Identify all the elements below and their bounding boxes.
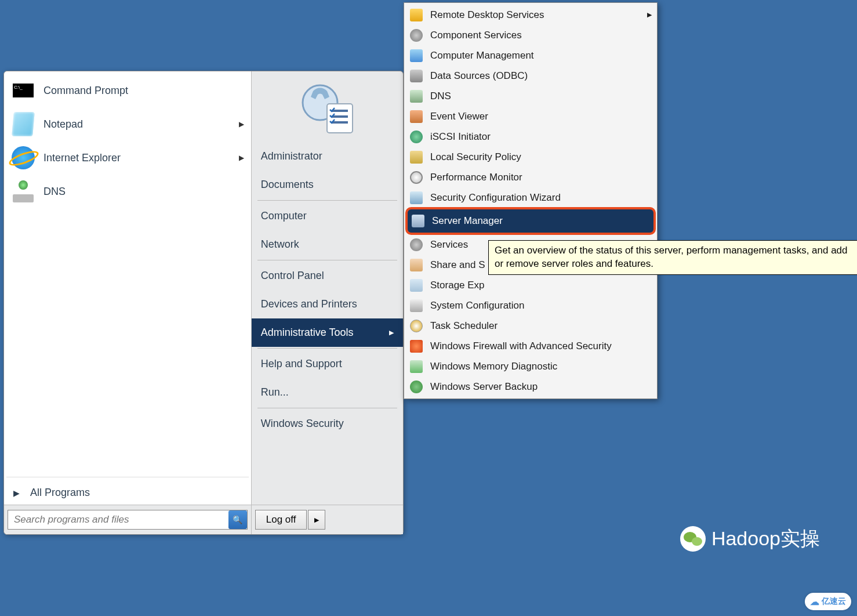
internet-explorer-icon xyxy=(11,146,35,170)
right-item-network[interactable]: Network xyxy=(252,230,403,259)
submenu-dns[interactable]: DNS xyxy=(406,86,655,106)
submenu-local-security-policy[interactable]: Local Security Policy xyxy=(406,147,655,167)
submenu-windows-server-backup[interactable]: Windows Server Backup xyxy=(406,376,655,397)
search-box: 🔍 xyxy=(8,510,248,530)
pinned-notepad[interactable]: Notepad ▶ xyxy=(6,107,249,141)
pinned-item-label: Command Prompt xyxy=(43,85,244,97)
right-item-label: Documents xyxy=(261,179,314,191)
right-item-documents[interactable]: Documents xyxy=(252,171,403,199)
administrative-tools-icon xyxy=(298,79,356,135)
brand-logo: 亿速云 xyxy=(805,593,851,610)
chevron-right-icon: ▶ xyxy=(314,516,319,524)
right-item-label: Control Panel xyxy=(261,270,324,282)
storage-explorer-icon xyxy=(409,278,423,292)
right-item-label: Administrator xyxy=(261,150,322,162)
event-viewer-icon xyxy=(409,110,423,124)
submenu-item-label: DNS xyxy=(430,90,652,102)
right-item-label: Computer xyxy=(261,210,307,222)
chevron-right-icon: ▶ xyxy=(239,154,244,162)
search-input[interactable] xyxy=(8,514,228,526)
watermark-text: Hadoop实操 xyxy=(711,526,820,552)
security-wizard-icon xyxy=(409,191,423,205)
right-item-label: Run... xyxy=(261,386,289,398)
submenu-performance-monitor[interactable]: Performance Monitor xyxy=(406,167,655,187)
logoff-options-button[interactable]: ▶ xyxy=(308,510,325,530)
right-item-label: Help and Support xyxy=(261,358,342,370)
right-item-label: Network xyxy=(261,238,299,251)
submenu-data-sources-odbc[interactable]: Data Sources (ODBC) xyxy=(406,66,655,86)
submenu-item-label: Windows Server Backup xyxy=(430,381,652,393)
start-menu: Command Prompt Notepad ▶ Internet Explor… xyxy=(3,71,404,535)
submenu-item-label: System Configuration xyxy=(430,300,652,311)
divider xyxy=(257,408,397,408)
command-prompt-icon xyxy=(11,78,35,103)
server-backup-icon xyxy=(409,380,423,394)
right-item-devices-printers[interactable]: Devices and Printers xyxy=(252,290,403,318)
pinned-dns[interactable]: DNS xyxy=(6,175,249,208)
right-item-windows-security[interactable]: Windows Security xyxy=(252,410,403,438)
system-configuration-icon xyxy=(409,299,423,313)
wechat-icon xyxy=(680,526,706,552)
services-icon xyxy=(409,238,423,252)
submenu-item-label: Storage Exp xyxy=(430,280,652,291)
memory-diagnostic-icon xyxy=(409,360,423,374)
odbc-icon xyxy=(409,69,423,83)
pinned-command-prompt[interactable]: Command Prompt xyxy=(6,74,249,107)
dns-icon xyxy=(409,89,423,103)
submenu-item-label: Task Scheduler xyxy=(430,320,652,332)
chevron-right-icon: ▶ xyxy=(13,488,20,498)
administrative-tools-submenu: Remote Desktop Services ▶ Component Serv… xyxy=(404,2,658,399)
submenu-component-services[interactable]: Component Services xyxy=(406,25,655,45)
submenu-task-scheduler[interactable]: Task Scheduler xyxy=(406,316,655,336)
submenu-item-label: Event Viewer xyxy=(430,111,652,122)
submenu-security-configuration-wizard[interactable]: Security Configuration Wizard xyxy=(406,187,655,208)
submenu-item-label: Component Services xyxy=(430,30,652,41)
right-item-run[interactable]: Run... xyxy=(252,378,403,407)
firewall-icon xyxy=(409,339,423,353)
submenu-system-configuration[interactable]: System Configuration xyxy=(406,295,655,316)
right-item-computer[interactable]: Computer xyxy=(252,202,403,230)
right-item-control-panel[interactable]: Control Panel xyxy=(252,262,403,290)
pinned-internet-explorer[interactable]: Internet Explorer ▶ xyxy=(6,141,249,175)
submenu-storage-explorer[interactable]: Storage Exp xyxy=(406,275,655,295)
pinned-item-label: Notepad xyxy=(43,118,239,131)
divider xyxy=(6,477,249,477)
iscsi-icon xyxy=(409,130,423,144)
tooltip-text: Get an overview of the status of this se… xyxy=(495,245,848,269)
brand-text: 亿速云 xyxy=(822,596,846,607)
submenu-remote-desktop-services[interactable]: Remote Desktop Services ▶ xyxy=(406,5,655,25)
submenu-windows-firewall[interactable]: Windows Firewall with Advanced Security xyxy=(406,336,655,356)
pinned-item-label: DNS xyxy=(43,186,244,198)
start-menu-right-panel: Administrator Documents Computer Network… xyxy=(252,71,403,534)
logoff-button[interactable]: Log off xyxy=(255,510,307,530)
divider xyxy=(257,200,397,201)
task-scheduler-icon xyxy=(409,319,423,333)
folder-icon xyxy=(409,8,423,22)
submenu-iscsi-initiator[interactable]: iSCSI Initiator xyxy=(406,126,655,147)
pinned-item-label: Internet Explorer xyxy=(43,152,239,164)
right-item-label: Windows Security xyxy=(261,418,344,430)
search-icon[interactable]: 🔍 xyxy=(228,510,247,529)
right-item-administrative-tools[interactable]: Administrative Tools ▶ xyxy=(252,318,403,347)
chevron-right-icon: ▶ xyxy=(389,329,394,336)
all-programs-button[interactable]: ▶ All Programs xyxy=(6,481,249,505)
server-manager-icon xyxy=(411,214,425,228)
watermark: Hadoop实操 xyxy=(680,526,820,552)
submenu-item-label: iSCSI Initiator xyxy=(430,131,652,143)
submenu-item-label: Data Sources (ODBC) xyxy=(430,70,652,82)
right-item-help-support[interactable]: Help and Support xyxy=(252,350,403,378)
logoff-row: Log off ▶ xyxy=(252,505,403,534)
user-picture-frame xyxy=(252,73,403,142)
submenu-item-label: Performance Monitor xyxy=(430,172,652,183)
submenu-windows-memory-diagnostic[interactable]: Windows Memory Diagnostic xyxy=(406,356,655,376)
notepad-icon xyxy=(11,112,35,136)
performance-monitor-icon xyxy=(409,171,423,184)
submenu-server-manager[interactable]: Server Manager xyxy=(405,207,656,235)
submenu-event-viewer[interactable]: Event Viewer xyxy=(406,106,655,126)
all-programs-label: All Programs xyxy=(30,487,90,499)
right-item-administrator[interactable]: Administrator xyxy=(252,142,403,171)
pinned-programs-list: Command Prompt Notepad ▶ Internet Explor… xyxy=(6,74,249,473)
dns-icon xyxy=(11,179,35,204)
submenu-item-label: Windows Memory Diagnostic xyxy=(430,361,652,372)
submenu-computer-management[interactable]: Computer Management xyxy=(406,45,655,66)
